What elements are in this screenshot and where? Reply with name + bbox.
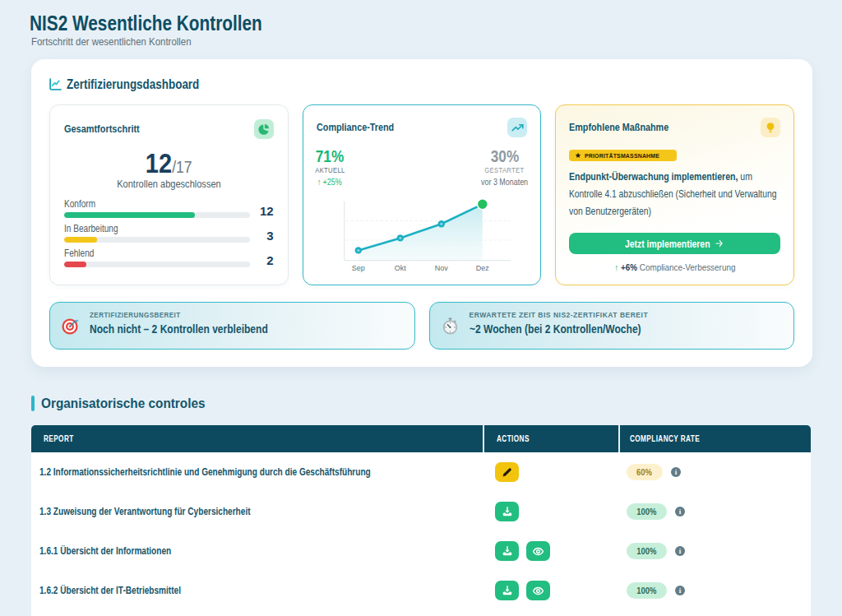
svg-text:Dez: Dez — [475, 264, 489, 272]
svg-text:Sep: Sep — [351, 264, 364, 272]
svg-text:Okt: Okt — [394, 264, 406, 272]
svg-text:Nov: Nov — [434, 264, 448, 272]
